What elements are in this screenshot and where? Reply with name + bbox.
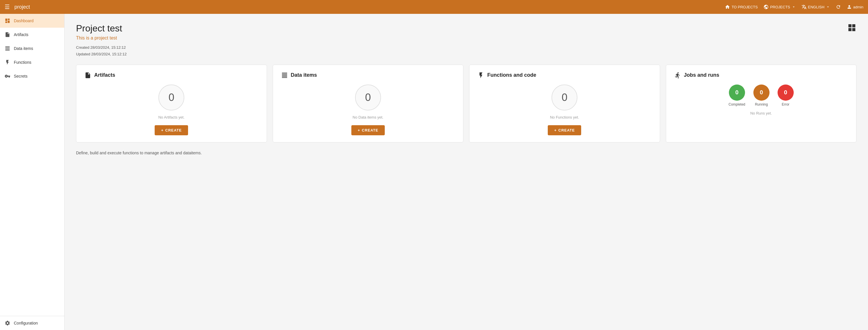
cards-row: Artifacts 0 No Artifacts yet. + CREATE D… [76,64,857,142]
functions-empty-text: No Functions yet. [550,115,579,119]
main-layout: Dashboard Artifacts Data items Functions… [0,14,868,330]
data-items-card: Data items 0 No Data items yet. + CREATE [273,64,464,142]
updated-date: Updated 28/03/2024, 15:12:12 [76,51,127,57]
sidebar-item-artifacts[interactable]: Artifacts [0,28,64,42]
to-projects-link[interactable]: TO PROJECTS [725,4,758,9]
data-items-card-header: Data items [281,72,317,79]
projects-dropdown[interactable]: PROJECTS [764,4,796,9]
artifacts-count: 0 [158,84,184,110]
plus-icon: + [161,128,163,132]
artifacts-card: Artifacts 0 No Artifacts yet. + CREATE [76,64,267,142]
jobs-completed-stat: 0 Completed [728,84,745,106]
functions-card-body: 0 No Functions yet. + CREATE [477,84,652,135]
sidebar: Dashboard Artifacts Data items Functions… [0,14,64,330]
artifacts-card-header: Artifacts [84,72,115,79]
error-label: Error [782,102,789,106]
app-title: project [14,4,721,10]
data-items-count: 0 [355,84,381,110]
created-date: Created 28/03/2024, 15:12:12 [76,44,127,51]
refresh-button[interactable] [836,4,841,9]
sidebar-item-configuration[interactable]: Configuration [0,316,64,330]
project-subtitle: This is a project test [76,35,127,41]
sidebar-item-secrets[interactable]: Secrets [0,69,64,83]
completed-count: 0 [729,84,745,101]
top-navigation: ☰ project TO PROJECTS PROJECTS ENGLISH a… [0,0,868,14]
project-meta: Created 28/03/2024, 15:12:12 Updated 28/… [76,44,127,58]
data-items-empty-text: No Data items yet. [352,115,383,119]
plus-icon: + [358,128,360,132]
main-content: Project test This is a project test Crea… [64,14,868,330]
language-dropdown[interactable]: ENGLISH [802,4,830,9]
jobs-running-stat: 0 Running [753,84,770,106]
project-header: Project test This is a project test Crea… [76,23,857,58]
data-items-create-button[interactable]: + CREATE [351,125,385,135]
artifacts-card-body: 0 No Artifacts yet. + CREATE [84,84,259,135]
menu-icon[interactable]: ☰ [5,3,10,10]
jobs-stats: 0 Completed 0 Running 0 Error [674,84,848,106]
jobs-card: Jobs and runs 0 Completed 0 Running [666,64,857,142]
jobs-error-stat: 0 Error [778,84,794,106]
error-count: 0 [778,84,794,101]
project-title: Project test [76,23,127,34]
functions-card-header: Functions and code [477,72,536,79]
sidebar-item-functions[interactable]: Functions [0,55,64,69]
functions-create-button[interactable]: + CREATE [548,125,581,135]
artifacts-empty-text: No Artifacts yet. [158,115,185,119]
sidebar-item-dashboard[interactable]: Dashboard [0,14,64,28]
artifacts-create-button[interactable]: + CREATE [155,125,188,135]
functions-count: 0 [552,84,578,110]
project-info: Project test This is a project test Crea… [76,23,127,58]
footer-description: Define, build and execute functions to m… [76,150,857,155]
running-label: Running [755,102,768,106]
data-items-card-body: 0 No Data items yet. + CREATE [281,84,455,135]
running-count: 0 [753,84,770,101]
jobs-empty-text: No Runs yet. [750,111,772,115]
plus-icon: + [554,128,556,132]
jobs-card-body: 0 Completed 0 Running 0 Error No Runs ye… [674,84,848,135]
user-menu[interactable]: admin [847,4,863,9]
jobs-card-header: Jobs and runs [674,72,719,79]
completed-label: Completed [728,102,745,106]
functions-card: Functions and code 0 No Functions yet. +… [469,64,660,142]
topnav-right: TO PROJECTS PROJECTS ENGLISH admin [725,4,863,9]
grid-view-button[interactable] [847,23,857,33]
sidebar-item-data-items[interactable]: Data items [0,42,64,55]
